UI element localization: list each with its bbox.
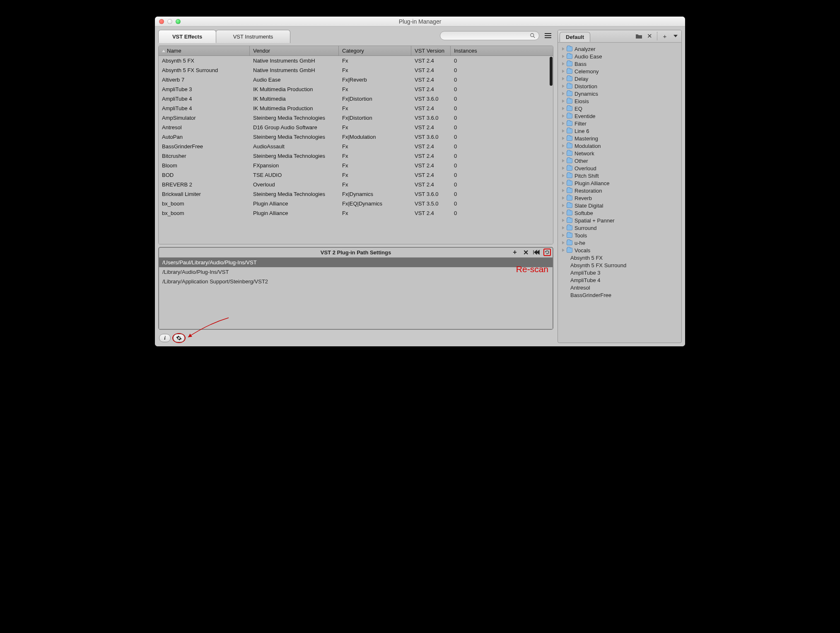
col-instances[interactable]: Instances [451,46,480,56]
tree-folder[interactable]: Overloud [560,164,680,172]
tree-item[interactable]: AmpliTube 3 [560,269,680,276]
tree-label: Audio Ease [574,53,602,60]
tree-folder[interactable]: Network [560,150,680,157]
tree-folder[interactable]: Plugin Alliance [560,179,680,187]
table-row[interactable]: AutoPanSteinberg Media TechnologiesFx|Mo… [159,132,553,142]
tree-folder[interactable]: Surround [560,224,680,232]
table-row[interactable]: AmpSimulatorSteinberg Media Technologies… [159,113,553,123]
tree-folder[interactable]: Modulation [560,142,680,150]
tree-label: Modulation [574,143,601,149]
tab-vst-instruments[interactable]: VST Instruments [216,30,290,43]
tree-item[interactable]: Antresol [560,284,680,291]
settings-button[interactable] [173,334,185,342]
tree-folder[interactable]: Eiosis [560,97,680,105]
cell-vendor: IK Multimedia Production [250,105,339,112]
menu-icon [545,33,551,38]
disclosure-icon [562,241,565,244]
reset-paths-button[interactable] [533,249,540,256]
table-row[interactable]: AmpliTube 3IK Multimedia ProductionFxVST… [159,85,553,94]
tree-folder[interactable]: Slate Digital [560,202,680,209]
folder-icon [567,114,572,118]
path-list[interactable]: /Users/Paul/Library/Audio/Plug-Ins/VST/L… [159,258,553,329]
add-path-button[interactable]: + [511,249,519,256]
disclosure-icon [562,226,565,230]
tree-folder[interactable]: Spatial + Panner [560,217,680,224]
cell-version: VST 2.4 [411,76,451,83]
tree-folder[interactable]: Reverb [560,194,680,202]
cell-name: Altiverb 7 [159,76,250,83]
col-category[interactable]: Category [339,46,411,56]
chevron-down-icon [673,35,678,37]
cell-version: VST 3.6.0 [411,95,451,102]
tree-folder[interactable]: Tools [560,232,680,239]
table-row[interactable]: Absynth 5 FXNative Instruments GmbHFxVST… [159,56,553,65]
path-row[interactable]: /Library/Application Support/Steinberg/V… [159,277,553,286]
table-row[interactable]: BODTSE AUDIOFxVST 2.40 [159,170,553,180]
tree-label: Delay [574,76,588,82]
tree-folder[interactable]: Delay [560,75,680,82]
col-vendor[interactable]: Vendor [250,46,339,56]
scrollbar-thumb[interactable] [550,57,553,86]
tree-folder[interactable]: EQ [560,105,680,112]
tree-folder[interactable]: Filter [560,120,680,127]
rescan-button[interactable] [543,249,551,256]
tree-folder[interactable]: Other [560,157,680,164]
tree-folder[interactable]: Dynamics [560,90,680,97]
tree-folder[interactable]: Celemony [560,68,680,75]
collections-actions: ✕ + [635,32,679,40]
menu-button[interactable] [543,31,553,40]
collections-tree[interactable]: AnalyzerAudio EaseBassCelemonyDelayDisto… [558,43,681,343]
tree-folder[interactable]: Bass [560,60,680,68]
tree-folder[interactable]: u-he [560,239,680,246]
table-row[interactable]: BloomFXpansionFxVST 2.40 [159,161,553,170]
tree-item[interactable]: AmpliTube 4 [560,276,680,284]
tree-item[interactable]: BassGrinderFree [560,291,680,299]
table-row[interactable]: AmpliTube 4IK MultimediaFx|DistortionVST… [159,94,553,104]
table-row[interactable]: AntresolD16 Group Audio SoftwareFxVST 2.… [159,123,553,132]
add-collection-button[interactable]: + [661,33,668,39]
collections-menu-button[interactable] [672,33,679,39]
tree-folder[interactable]: Audio Ease [560,53,680,60]
delete-collection-button[interactable]: ✕ [646,33,653,39]
tree-folder[interactable]: Eventide [560,112,680,120]
table-row[interactable]: AmpliTube 4IK Multimedia ProductionFxVST… [159,104,553,113]
path-row[interactable]: /Users/Paul/Library/Audio/Plug-Ins/VST [159,258,553,267]
tree-folder[interactable]: Vocals [560,246,680,254]
cell-category: Fx [339,67,411,74]
tree-folder[interactable]: Restoration [560,187,680,194]
search-input[interactable] [440,31,539,40]
tree-label: u-he [574,240,585,246]
plugin-table: Name Vendor Category VST Version Instanc… [158,46,553,244]
table-row[interactable]: Absynth 5 FX SurroundNative Instruments … [159,65,553,75]
table-row[interactable]: bx_boomPlugin AllianceFx|EQ|DynamicsVST … [159,199,553,208]
tree-folder[interactable]: Analyzer [560,45,680,53]
tree-item[interactable]: Absynth 5 FX [560,254,680,261]
col-name[interactable]: Name [159,46,250,56]
path-row[interactable]: /Library/Audio/Plug-Ins/VST [159,267,553,277]
tree-folder[interactable]: Line 6 [560,127,680,135]
tree-folder[interactable]: Softube [560,209,680,217]
disclosure-icon [562,189,565,192]
table-row[interactable]: BassGrinderFreeAudioAssaultFxVST 2.40 [159,142,553,151]
collections-panel: Default ✕ + AnalyzerAudio EaseBassCelemo… [558,30,682,343]
tree-label: Analyzer [574,46,596,52]
table-body[interactable]: Absynth 5 FXNative Instruments GmbHFxVST… [159,56,553,244]
table-row[interactable]: BREVERB 2OverloudFxVST 2.40 [159,180,553,189]
cell-category: Fx|Reverb [339,76,411,83]
tree-label: Pitch Shift [574,173,599,179]
collection-tab-default[interactable]: Default [560,32,590,42]
remove-path-button[interactable]: ✕ [522,249,529,256]
table-row[interactable]: Brickwall LimiterSteinberg Media Technol… [159,189,553,199]
cell-name: Bloom [159,162,250,169]
tree-folder[interactable]: Mastering [560,135,680,142]
table-row[interactable]: BitcrusherSteinberg Media TechnologiesFx… [159,151,553,161]
tree-item[interactable]: Absynth 5 FX Surround [560,261,680,269]
tab-vst-effects[interactable]: VST Effects [158,30,216,43]
col-version[interactable]: VST Version [411,46,451,56]
table-row[interactable]: Altiverb 7Audio EaseFx|ReverbVST 2.40 [159,75,553,85]
new-folder-button[interactable] [635,33,642,39]
info-button[interactable]: i [159,334,171,342]
tree-folder[interactable]: Distortion [560,82,680,90]
tree-folder[interactable]: Pitch Shift [560,172,680,179]
table-row[interactable]: bx_boomPlugin AllianceFxVST 2.40 [159,208,553,218]
